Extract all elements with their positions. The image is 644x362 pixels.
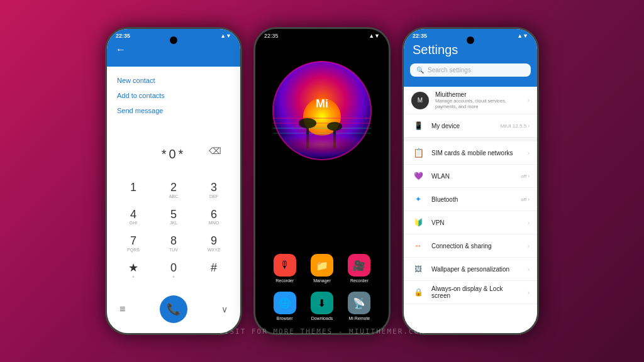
right-phone: 22:35 ▲▼ Settings 🔍 Search settings M Mi… <box>402 27 539 335</box>
settings-list: M Miuithemer Manage accounts, cloud serv… <box>404 87 537 333</box>
chevron-down-icon[interactable]: ∨ <box>221 304 228 314</box>
dial-key-5[interactable]: 5JKL <box>153 204 194 231</box>
svg-point-8 <box>299 118 316 128</box>
sim-icon: 📋 <box>411 146 425 160</box>
sim-chevron: › <box>528 150 530 156</box>
settings-item-device[interactable]: 📱 My device MIUI 12.5.5 › <box>404 114 537 138</box>
settings-screen: 22:35 ▲▼ Settings 🔍 Search settings M Mi… <box>404 29 537 333</box>
dial-key-1[interactable]: 1 <box>113 177 153 204</box>
time-center: 22:35 <box>264 33 279 39</box>
home-screen: 22:35 ▲▼ <box>255 29 389 333</box>
search-icon: 🔍 <box>416 67 424 74</box>
app-row-1: 🎙 Recorder 📁 Manager 🎥 Recorder <box>255 254 389 283</box>
vpn-icon: 🔰 <box>411 216 425 229</box>
settings-item-vpn[interactable]: 🔰 VPN › <box>404 211 537 234</box>
device-title: My device <box>431 123 494 129</box>
dial-key-star[interactable]: ★+ <box>113 257 153 284</box>
svg-point-10 <box>327 122 342 131</box>
search-placeholder: Search settings <box>428 67 471 74</box>
bluetooth-icon: ✦ <box>411 192 425 206</box>
punch-hole-left <box>170 36 177 44</box>
settings-item-aod[interactable]: 🔒 Always-on display & Lock screen › <box>404 281 537 304</box>
center-phone: 22:35 ▲▼ <box>253 27 391 335</box>
backspace-button[interactable]: ⌫ <box>209 146 221 156</box>
dial-key-7[interactable]: 7PQRS <box>113 230 153 257</box>
wallpaper-title: Wallpaper & personalization <box>431 266 521 273</box>
menu-item-add-contact[interactable]: Add to contacts <box>117 88 230 103</box>
status-icons-left: ▲▼ <box>220 33 231 39</box>
call-button[interactable]: 📞 <box>160 295 187 323</box>
dial-key-4[interactable]: 4GHI <box>113 204 153 231</box>
wlan-icon: 💜 <box>411 169 425 183</box>
dialer-menu: New contact Add to contacts Send message <box>107 67 240 134</box>
aod-icon: 🔒 <box>411 285 425 299</box>
wlan-status: off › <box>521 173 530 179</box>
app-recorder-2[interactable]: 🎥 Recorder <box>343 254 376 283</box>
device-version: MIUI 12.5.5 › <box>501 123 530 129</box>
dial-key-0[interactable]: 0+ <box>153 257 194 284</box>
vpn-title: VPN <box>431 219 521 226</box>
menu-item-new-contact[interactable]: New contact <box>117 73 230 88</box>
account-subtitle: Manage accounts, cloud services, payment… <box>435 98 521 109</box>
account-name: Miuithemer <box>435 91 521 98</box>
settings-item-sim[interactable]: 📋 SIM cards & mobile networks › <box>404 141 537 165</box>
dial-key-8[interactable]: 8TUV <box>153 230 194 257</box>
dialer-header: 22:35 ▲▼ ← <box>107 29 240 67</box>
watermark: VISIT FOR MORE THEMES - MIUITHEMER.COM <box>219 327 425 336</box>
neon-circle-art: Mi <box>272 60 372 161</box>
back-button[interactable]: ← <box>116 41 231 60</box>
app-row-2: 🌐 Browser ⬇ Downloads 📡 Mi Remote <box>255 292 389 321</box>
avatar-miuithemer: M <box>411 92 429 109</box>
bluetooth-status: off › <box>521 197 530 202</box>
connection-title: Connection & sharing <box>431 243 521 250</box>
dialer-display: *0* <box>155 134 192 168</box>
left-phone: 22:35 ▲▼ ← New contact Add to contacts S… <box>105 27 242 335</box>
sim-title: SIM cards & mobile networks <box>431 150 521 156</box>
dialer-screen: 22:35 ▲▼ ← New contact Add to contacts S… <box>107 29 240 333</box>
wallpaper: Mi <box>255 29 389 333</box>
dial-key-hash[interactable]: # <box>194 257 234 284</box>
dialer-footer: ≡ 📞 ∨ <box>107 290 240 333</box>
account-chevron: › <box>528 97 530 104</box>
wlan-title: WLAN <box>431 173 514 180</box>
time-left: 22:35 <box>116 33 130 39</box>
punch-hole-center <box>318 36 326 44</box>
connection-icon: ↔ <box>411 239 425 253</box>
aod-chevron: › <box>528 289 530 296</box>
dial-key-2[interactable]: 2ABC <box>153 177 194 204</box>
search-bar[interactable]: 🔍 Search settings <box>410 63 531 77</box>
settings-item-bluetooth[interactable]: ✦ Bluetooth off › <box>404 188 537 211</box>
app-mi-remote[interactable]: 📡 Mi Remote <box>343 292 376 321</box>
vpn-chevron: › <box>528 219 530 226</box>
wallpaper-icon: 🖼 <box>411 262 425 276</box>
settings-item-account[interactable]: M Miuithemer Manage accounts, cloud serv… <box>404 87 537 114</box>
app-recorder[interactable]: 🎙 Recorder <box>268 254 301 283</box>
dial-key-6[interactable]: 6MNO <box>194 204 234 231</box>
dial-key-3[interactable]: 3DEF <box>194 177 234 204</box>
connection-chevron: › <box>528 243 530 250</box>
app-downloads[interactable]: ⬇ Downloads <box>305 292 338 321</box>
svg-rect-11 <box>273 134 371 160</box>
time-right: 22:35 <box>413 33 427 39</box>
device-icon: 📱 <box>411 119 425 133</box>
dial-key-9[interactable]: 9WXYZ <box>194 230 234 257</box>
bluetooth-title: Bluetooth <box>431 196 514 203</box>
wallpaper-chevron: › <box>528 266 530 273</box>
svg-text:Mi: Mi <box>316 97 328 110</box>
aod-title: Always-on display & Lock screen <box>431 285 521 299</box>
settings-item-wallpaper[interactable]: 🖼 Wallpaper & personalization › <box>404 258 537 281</box>
app-manager[interactable]: 📁 Manager <box>305 254 338 283</box>
menu-item-send-message[interactable]: Send message <box>117 103 230 118</box>
punch-hole-right <box>467 36 474 44</box>
dialer-keypad: 1 2ABC 3DEF 4GHI 5JKL 6MNO 7PQRS 8TUV 9W… <box>107 170 240 290</box>
dialpad-menu-icon[interactable]: ≡ <box>119 304 125 315</box>
settings-item-wlan[interactable]: 💜 WLAN off › <box>404 165 537 188</box>
app-browser[interactable]: 🌐 Browser <box>268 292 301 321</box>
settings-item-connection[interactable]: ↔ Connection & sharing › <box>404 234 537 258</box>
